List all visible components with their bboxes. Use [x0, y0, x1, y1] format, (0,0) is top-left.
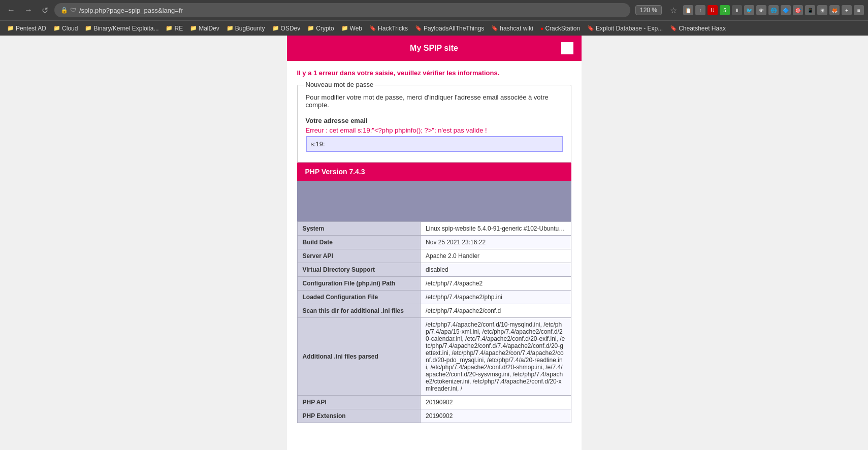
- bookmark-label: Cheatsheet Haax: [679, 25, 726, 32]
- site-container: My SPIP site Il y a 1 erreur dans votre …: [287, 36, 582, 450]
- site-title: My SPIP site: [410, 44, 458, 53]
- bookmark-pentest-ad[interactable]: 📁 Pentest AD: [4, 24, 49, 33]
- bookmark-label: Web: [350, 25, 362, 32]
- bookmark-crypto[interactable]: 📁 Crypto: [304, 24, 337, 33]
- bookmark-label: Cloud: [62, 25, 78, 32]
- ext-icon-6[interactable]: 🐦: [744, 5, 754, 15]
- folder-icon: 📁: [190, 25, 197, 31]
- bookmark-payloads[interactable]: 🔖 PayloadsAllTheThings: [412, 24, 487, 33]
- phpinfo-table: SystemLinux spip-website 5.4.0-91-generi…: [297, 221, 571, 423]
- table-cell-label: PHP API: [297, 396, 421, 409]
- table-cell-value: /etc/php/7.4/apache2/php.ini: [421, 291, 571, 304]
- bookmark-icon: 🔖: [369, 25, 376, 31]
- table-cell-value: Nov 25 2021 23:16:22: [421, 236, 571, 249]
- ext-icon-11[interactable]: 📱: [805, 5, 815, 15]
- bookmark-label: RE: [174, 25, 183, 32]
- table-cell-value: 20190902: [421, 409, 571, 423]
- ext-icon-9[interactable]: 🔷: [781, 5, 791, 15]
- ext-icon-10[interactable]: 🎯: [793, 5, 803, 15]
- table-cell-value: /etc/php/7.4/apache2: [421, 277, 571, 291]
- red-icon: ●: [540, 25, 544, 31]
- ext-icon-4[interactable]: 5: [720, 5, 730, 15]
- reload-button[interactable]: ↺: [39, 4, 51, 17]
- forward-button[interactable]: →: [21, 4, 36, 17]
- bookmark-label: PayloadsAllTheThings: [424, 25, 484, 32]
- bookmark-cloud[interactable]: 📁 Cloud: [50, 24, 81, 33]
- table-cell-value: Apache 2.0 Handler: [421, 249, 571, 263]
- bookmark-label: BugBounty: [235, 25, 265, 32]
- address-bar-input[interactable]: [79, 7, 624, 14]
- table-cell-value: 20190902: [421, 396, 571, 409]
- bookmark-label: Exploit Database - Exp...: [596, 25, 663, 32]
- bookmark-binary[interactable]: 📁 Binary/Kernel Exploita...: [82, 24, 162, 33]
- back-button[interactable]: ←: [4, 4, 18, 17]
- ext-icon-2[interactable]: ↑: [695, 5, 705, 15]
- bookmark-icon: 🔖: [491, 25, 498, 31]
- bookmark-star-button[interactable]: ☆: [667, 4, 680, 17]
- table-cell-value: Linux spip-website 5.4.0-91-generic #102…: [421, 222, 571, 236]
- email-input[interactable]: [306, 136, 563, 152]
- bookmark-icon: 🔖: [415, 25, 422, 31]
- bookmark-label: OSDev: [281, 25, 301, 32]
- email-label: Votre adresse email: [306, 117, 563, 124]
- bookmark-icon: 🔖: [670, 25, 677, 31]
- bookmark-label: HackTricks: [378, 25, 408, 32]
- ext-icon-13[interactable]: 🦊: [829, 5, 840, 15]
- folder-icon: 📁: [227, 25, 234, 31]
- bookmark-hashcat[interactable]: 🔖 hashcat wiki: [488, 24, 536, 33]
- table-row: Server APIApache 2.0 Handler: [297, 249, 571, 263]
- bookmark-re[interactable]: 📁 RE: [163, 24, 186, 33]
- phpinfo-banner: PHP Version 7.4.3: [297, 163, 571, 181]
- bookmark-maldev[interactable]: 📁 MalDev: [187, 24, 222, 33]
- bookmark-bugbounty[interactable]: 📁 BugBounty: [223, 24, 268, 33]
- bookmark-cheatsheet[interactable]: 🔖 Cheatsheet Haax: [667, 24, 729, 33]
- form-description: Pour modifier votre mot de passe, merci …: [306, 93, 563, 109]
- ext-icon-1[interactable]: 📋: [683, 5, 693, 15]
- ext-icon-8[interactable]: 🌐: [768, 5, 779, 15]
- bookmark-label: Binary/Kernel Exploita...: [93, 25, 158, 32]
- table-cell-label: PHP Extension: [297, 409, 421, 423]
- form-legend: Nouveau mot de passe: [304, 81, 376, 88]
- ext-icon-5[interactable]: Ⅱ: [732, 5, 742, 15]
- bookmark-label: Crypto: [316, 25, 334, 32]
- address-bar-icons: 🔒 🛡: [60, 7, 76, 14]
- ext-icon-15[interactable]: ≡: [854, 5, 864, 15]
- ext-icon-14[interactable]: +: [842, 5, 852, 15]
- ext-icon-7[interactable]: 👁: [756, 5, 766, 15]
- table-row: Build DateNov 25 2021 23:16:22: [297, 236, 571, 249]
- bookmarks-bar: 📁 Pentest AD 📁 Cloud 📁 Binary/Kernel Exp…: [0, 20, 868, 36]
- table-cell-value: /etc/php7.4/apache2/conf.d/10-mysqlnd.in…: [421, 318, 571, 396]
- ext-icon-3[interactable]: U: [708, 5, 718, 15]
- table-cell-label: Virtual Directory Support: [297, 263, 421, 277]
- ext-icon-12[interactable]: ⊞: [817, 5, 827, 15]
- table-cell-label: Scan this dir for additional .ini files: [297, 304, 421, 318]
- bookmark-label: CrackStation: [545, 25, 580, 32]
- folder-icon: 📁: [307, 25, 314, 31]
- bookmark-exploit-db[interactable]: 🔖 Exploit Database - Exp...: [584, 24, 666, 33]
- field-error: Erreur : cet email s:19:"<?php phpinfo()…: [306, 126, 563, 134]
- table-row: Scan this dir for additional .ini files/…: [297, 304, 571, 318]
- table-cell-label: System: [297, 222, 421, 236]
- bookmark-web[interactable]: 📁 Web: [338, 24, 365, 33]
- shield-icon: 🛡: [70, 7, 76, 14]
- bookmark-osdev[interactable]: 📁 OSDev: [269, 24, 304, 33]
- folder-icon: 📁: [53, 25, 60, 31]
- main-content: Il y a 1 erreur dans votre saisie, veuil…: [287, 61, 582, 431]
- table-row: PHP Extension20190902: [297, 409, 571, 423]
- error-message: Il y a 1 erreur dans votre saisie, veuil…: [297, 69, 571, 77]
- bookmark-crackstation[interactable]: ● CrackStation: [537, 24, 583, 33]
- table-cell-value: /etc/php/7.4/apache2/conf.d: [421, 304, 571, 318]
- table-row: Additional .ini files parsed/etc/php7.4/…: [297, 318, 571, 396]
- table-cell-label: Configuration File (php.ini) Path: [297, 277, 421, 291]
- table-row: SystemLinux spip-website 5.4.0-91-generi…: [297, 222, 571, 236]
- browser-chrome: ← → ↺ 🔒 🛡 120 % ☆ 📋 ↑ U 5 Ⅱ 🐦 👁 🌐 🔷 🎯 📱 …: [0, 0, 868, 36]
- folder-icon: 📁: [7, 25, 14, 31]
- zoom-level: 120 %: [635, 5, 662, 15]
- bookmark-label: MalDev: [199, 25, 219, 32]
- table-cell-value: disabled: [421, 263, 571, 277]
- bookmark-hacktricks[interactable]: 🔖 HackTricks: [366, 24, 411, 33]
- page-content: My SPIP site Il y a 1 erreur dans votre …: [0, 36, 868, 450]
- site-header: My SPIP site: [287, 36, 582, 61]
- table-row: PHP API20190902: [297, 396, 571, 409]
- bookmark-icon: 🔖: [587, 25, 594, 31]
